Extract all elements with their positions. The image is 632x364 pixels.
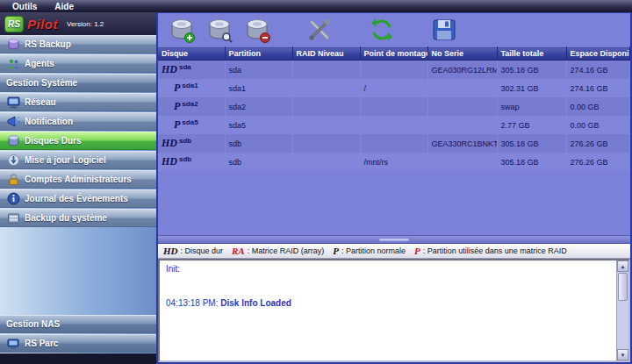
sidebar-footer xyxy=(0,353,156,364)
sidebar-item-agents[interactable]: Agents xyxy=(0,54,156,73)
log-scrollbar[interactable]: ▲ ▼ xyxy=(616,261,628,360)
main-panel: Disque Partition RAID Niveau Point de mo… xyxy=(156,12,632,364)
table-row-sdb-mounted[interactable]: HDsdb sdb /mnt/rs 305.18 GB 276.26 GB xyxy=(158,153,630,171)
log-content: Init: 04:13:18 PM: Disk Info Loaded xyxy=(160,261,616,360)
disk-table-area: Disque Partition RAID Niveau Point de mo… xyxy=(158,46,630,235)
legend-partition-normale: P: Partition normale xyxy=(333,246,406,256)
scrollbar-thumb[interactable] xyxy=(618,273,628,301)
sidebar-item-backup-systeme[interactable]: Backup du système xyxy=(0,209,156,227)
hard-disk-icon xyxy=(6,134,20,147)
sidebar-item-reseau[interactable]: Réseau xyxy=(0,93,156,111)
table-row-sda[interactable]: HDsda sda GEA030RG12LRMA 305.18 GB 274.1… xyxy=(158,61,630,80)
sidebar-item-rs-backup[interactable]: RS Backup xyxy=(0,35,156,54)
table-empty-area xyxy=(158,171,630,235)
tools-button[interactable] xyxy=(305,16,334,44)
disk-cell: HDsdb xyxy=(158,134,225,153)
scrollbar-track[interactable] xyxy=(617,272,628,349)
sidebar-item-label: Réseau xyxy=(25,97,56,107)
disk-cell: Psda5 xyxy=(158,116,225,134)
remove-disk-button[interactable] xyxy=(242,16,272,44)
sidebar-item-mise-a-jour[interactable]: Mise à jour Logiciel xyxy=(0,151,156,169)
menu-aide[interactable]: Aide xyxy=(46,2,83,11)
computer-icon xyxy=(6,339,20,349)
splitter-handle[interactable] xyxy=(378,238,410,242)
sidebar-section-label: Gestion Système xyxy=(6,78,77,88)
sidebar-item-label: Journal des Évènements xyxy=(25,194,128,203)
disk-table: Disque Partition RAID Niveau Point de mo… xyxy=(158,46,630,171)
legend-disque-dur: HD: Disque dur xyxy=(163,246,223,256)
table-row-sda2[interactable]: Psda2 sda2 swap 0.00 GB xyxy=(158,97,630,116)
column-header-taille-totale[interactable]: Taille totale xyxy=(497,47,566,61)
scan-disk-button[interactable] xyxy=(205,16,234,44)
sidebar-spacer xyxy=(0,228,156,315)
log-line-init: Init: xyxy=(166,264,610,274)
sidebar-item-label: Notification xyxy=(25,117,73,126)
padlock-icon xyxy=(6,173,20,186)
sidebar-section-gestion-nas[interactable]: Gestion NAS xyxy=(0,315,156,333)
logo-area: RS Pilot Version: 1.2 xyxy=(0,12,156,35)
sidebar-item-label: Agents xyxy=(25,59,54,68)
notification-icon xyxy=(6,116,20,128)
menubar: Outils Aide xyxy=(0,0,632,12)
sidebar-item-label: Disques Durs xyxy=(25,136,81,146)
menu-outils[interactable]: Outils xyxy=(4,2,46,11)
sidebar-item-label: RS Backup xyxy=(25,39,71,49)
info-icon xyxy=(6,192,20,205)
sidebar-item-label: Comptes Administrateurs xyxy=(25,175,132,184)
sidebar-item-comptes-administrateurs[interactable]: Comptes Administrateurs xyxy=(0,170,156,189)
software-update-icon xyxy=(6,153,20,167)
system-backup-icon xyxy=(6,212,20,225)
legend-partition-raid: P: Partition utilisée dans une matrice R… xyxy=(414,246,567,256)
toolbar xyxy=(158,13,630,46)
disk-cell: Psda2 xyxy=(158,97,225,116)
save-button[interactable] xyxy=(429,16,459,44)
column-header-partition[interactable]: Partition xyxy=(225,47,292,61)
column-header-raid-niveau[interactable]: RAID Niveau xyxy=(292,47,360,61)
disk-cell: HDsdb xyxy=(158,153,225,171)
app-window: Outils Aide RS Pilot Version: 1.2 RS Bac… xyxy=(0,0,632,364)
refresh-button[interactable] xyxy=(367,16,397,44)
splitter[interactable] xyxy=(158,235,630,244)
scroll-down-icon[interactable]: ▼ xyxy=(617,349,628,360)
app-name: Pilot xyxy=(27,17,58,32)
sidebar-section-rs-parc[interactable]: RS Parc xyxy=(0,334,156,353)
sidebar-section-label: Gestion NAS xyxy=(6,319,60,329)
legend-matrice-raid: RA: Matrice RAID (array) xyxy=(232,246,324,256)
sidebar: RS Pilot Version: 1.2 RS Backup Agents G… xyxy=(0,12,156,364)
column-header-point-de-montage[interactable]: Point de montage xyxy=(360,47,427,61)
column-header-disque[interactable]: Disque xyxy=(158,47,225,61)
sidebar-item-journal-evenements[interactable]: Journal des Évènements xyxy=(0,189,156,208)
sidebar-item-notification[interactable]: Notification xyxy=(0,112,156,131)
table-row-sdb[interactable]: HDsdb sdb GEA330RC1BNKTA 305.18 GB 276.2… xyxy=(158,134,630,153)
version-label: Version: 1.2 xyxy=(67,20,104,28)
agents-icon xyxy=(6,58,20,70)
sidebar-section-gestion-systeme[interactable]: Gestion Système xyxy=(0,74,156,92)
sidebar-section-label: RS Parc xyxy=(25,339,58,348)
sidebar-item-label: Backup du système xyxy=(25,213,107,223)
disk-cell: HDsda xyxy=(158,61,225,80)
disk-cell: Psda1 xyxy=(158,79,225,97)
add-disk-button[interactable] xyxy=(167,16,197,44)
table-row-sda1[interactable]: Psda1 sda1 / 302.31 GB 274.16 GB xyxy=(158,79,630,97)
backup-disk-icon xyxy=(6,38,20,51)
sidebar-item-label: Mise à jour Logiciel xyxy=(25,155,106,165)
table-row-sda5[interactable]: Psda5 sda5 2.77 GB 0.00 GB xyxy=(158,116,630,134)
column-header-espace-disponible[interactable]: Espace Disponible xyxy=(566,47,630,61)
scroll-up-icon[interactable]: ▲ xyxy=(617,261,628,272)
legend-bar: HD: Disque dur RA: Matrice RAID (array) … xyxy=(158,244,630,259)
network-icon xyxy=(6,96,20,109)
column-header-no-serie[interactable]: No Serie xyxy=(427,47,497,61)
sidebar-item-disques-durs[interactable]: Disques Durs xyxy=(0,132,156,150)
rs-logo-icon: RS xyxy=(4,16,24,32)
log-line-disk-info: 04:13:18 PM: Disk Info Loaded xyxy=(166,298,610,308)
log-console: Init: 04:13:18 PM: Disk Info Loaded ▲ ▼ xyxy=(158,259,630,362)
